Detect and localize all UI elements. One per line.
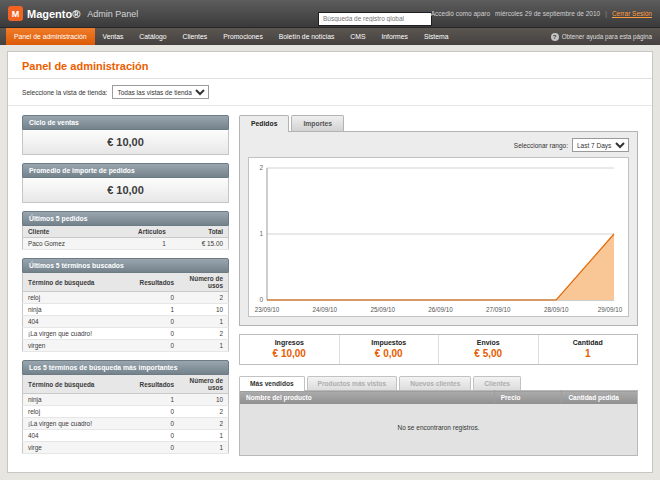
table-row[interactable]: ¡La virgen que cuadro!02 [23,418,229,430]
svg-text:0: 0 [259,296,263,303]
range-selector-row: Seleccionar rango: Last 7 Days [248,138,629,152]
table-row[interactable]: 40401 [23,430,229,442]
grid-tab[interactable]: Nuevos clientes [399,376,471,390]
nav-item[interactable]: CMS [342,28,373,45]
page-help-link[interactable]: ? Obtener ayuda para esta página [551,28,652,45]
stat-label: Impuestos [340,339,439,346]
nav-item[interactable]: Informes [373,28,415,45]
column-header: Cantidad pedida [562,391,638,405]
column-header: Artículos [126,226,171,238]
table-row[interactable]: reloj02 [23,406,229,418]
svg-text:26/09/10: 26/09/10 [428,306,453,313]
stat-cell: Envíos€ 5,00 [438,335,538,364]
table-row[interactable]: reloj02 [23,292,229,304]
top-search-table: Término de búsquedaResultadosNúmero de u… [22,375,229,454]
stat-label: Cantidad [539,339,638,346]
table-row[interactable]: ninja110 [23,394,229,406]
separator: | [605,10,607,17]
stat-value: € 10,00 [240,348,339,359]
store-view-switcher: Seleccione la vista de tienda: Todas las… [8,79,652,106]
average-orders-value: € 10,00 [22,178,229,203]
last-search-table: Término de búsquedaResultadosNúmero de u… [22,273,229,352]
nav-item[interactable]: Boletín de noticias [271,28,343,45]
nav-item[interactable]: Promociones [215,28,271,45]
nav-item[interactable]: Catálogo [131,28,174,45]
column-header: Precio [494,391,562,405]
dashboard-tab[interactable]: Pedidos [239,115,289,132]
column-header: Resultados [130,273,179,292]
lifetime-sales-box: Ciclo de ventas € 10,00 [22,115,229,155]
store-view-select[interactable]: Todas las vistas de tienda [112,85,209,99]
column-header: Número de usos [179,273,228,292]
grid-tab[interactable]: Más vendidos [239,376,305,391]
table-row[interactable]: virge01 [23,442,229,454]
empty-row: No se encontraron registros. [240,404,638,456]
svg-text:28/09/10: 28/09/10 [544,306,569,313]
top-header: M Magento® Admin Panel Accedió como apar… [0,0,660,28]
last-orders-box: Últimos 5 pedidos ClienteArtículosTotalP… [22,211,229,250]
top-search-terms-box: Los 5 términos de búsqueda más important… [22,360,229,454]
empty-message: No se encontraron registros. [240,404,638,456]
main-navigation: Panel de administraciónVentasCatálogoCli… [0,28,660,45]
table-row[interactable]: virgen01 [23,340,229,352]
totals-bar: Ingresos€ 10,00Impuestos€ 0,00Envíos€ 5,… [239,334,638,365]
box-title: Últimos 5 términos buscados [22,258,229,273]
svg-text:1: 1 [259,230,263,237]
nav-item[interactable]: Ventas [95,28,132,45]
dashboard-tab[interactable]: Importes [291,115,344,131]
column-header: Resultados [130,375,179,394]
logout-link[interactable]: Cerrar Sesión [612,10,652,17]
column-header: Total [171,226,229,238]
stat-cell: Impuestos€ 0,00 [339,335,439,364]
store-view-label: Seleccione la vista de tienda: [22,89,107,96]
svg-text:27/09/10: 27/09/10 [486,306,511,313]
svg-text:2: 2 [259,164,263,171]
box-title: Ciclo de ventas [22,115,229,130]
stat-value: 1 [539,348,638,359]
stat-value: € 0,00 [340,348,439,359]
help-icon: ? [551,33,559,41]
magento-logo-icon: M [8,6,23,21]
svg-text:25/09/10: 25/09/10 [370,306,395,313]
dashboard-columns: Ciclo de ventas € 10,00 Promedio de impo… [8,106,652,472]
grid-tab[interactable]: Clientes [473,376,521,390]
logo-subtitle: Admin Panel [87,9,138,19]
range-select[interactable]: Last 7 Days [572,138,629,152]
table-row[interactable]: Paco Gomez1€ 15.00 [23,238,229,250]
global-search [318,7,432,26]
table-row[interactable]: ninja110 [23,304,229,316]
global-search-input[interactable] [318,12,432,26]
box-title: Los 5 términos de búsqueda más important… [22,360,229,375]
grid-tab[interactable]: Productos más vistos [307,376,398,390]
column-header: Nombre del producto [240,391,495,405]
svg-text:29/09/10: 29/09/10 [598,306,623,313]
table-row[interactable]: ¡La virgen que cuadro!02 [23,328,229,340]
column-header: Término de búsqueda [23,375,130,394]
nav-item[interactable]: Sistema [416,28,457,45]
box-title: Últimos 5 pedidos [22,211,229,226]
logged-in-text: Accedió como aparo [431,10,490,17]
chart-panel: Seleccionar rango: Last 7 Days 01223/09/… [239,131,638,326]
dashboard-main-column: PedidosImportes Seleccionar rango: Last … [239,115,638,456]
last-orders-table: ClienteArtículosTotalPaco Gomez1€ 15.00 [22,226,229,250]
column-header: Cliente [23,226,126,238]
content-area: Panel de administración Seleccione la vi… [7,51,653,473]
help-label: Obtener ayuda para esta página [562,33,652,40]
stat-cell: Ingresos€ 10,00 [240,335,339,364]
nav-item[interactable]: Panel de administración [6,28,95,45]
last-search-terms-box: Últimos 5 términos buscados Término de b… [22,258,229,352]
svg-text:24/09/10: 24/09/10 [313,306,338,313]
dashboard-left-column: Ciclo de ventas € 10,00 Promedio de impo… [22,115,229,462]
column-header: Término de búsqueda [23,273,130,292]
column-header: Número de usos [179,375,228,394]
nav-item[interactable]: Clientes [175,28,216,45]
page-title: Panel de administración [8,52,652,79]
table-row[interactable]: 40401 [23,316,229,328]
main-nav-list: Panel de administraciónVentasCatálogoCli… [6,28,456,45]
box-title: Promedio de importe de pedidos [22,163,229,178]
range-label: Seleccionar rango: [514,142,568,149]
stat-value: € 5,00 [439,348,538,359]
products-table: Nombre del productoPrecioCantidad pedida… [239,390,638,456]
current-date: miércoles 29 de septiembre de 2010 [495,10,600,17]
magento-logo: M Magento® Admin Panel [8,6,138,21]
